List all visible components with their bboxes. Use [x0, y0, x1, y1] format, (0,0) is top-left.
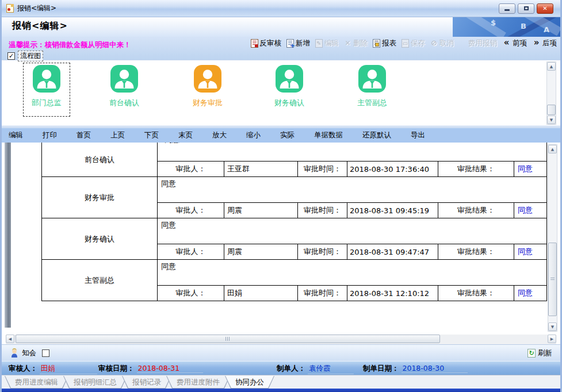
approve-result-value: 同意: [514, 286, 546, 301]
flow-node-finance-approve[interactable]: 财务审批: [182, 65, 234, 108]
refresh-button[interactable]: 刷新: [527, 348, 555, 358]
flowchart-checkbox[interactable]: ✓: [7, 52, 15, 60]
approve-result-label: 审批结果：: [438, 162, 514, 176]
tab-label: 费用进度附件: [166, 376, 230, 388]
header-decoration-image: $ B A: [453, 17, 560, 37]
person-avatar-icon: [33, 65, 60, 93]
menu-zoom-out[interactable]: 缩小: [246, 130, 261, 140]
approve-time-value: 2018-08-31 09:47:47: [347, 244, 438, 259]
tab-label: 协同办公: [225, 376, 274, 388]
menu-item-label: 导出: [411, 130, 425, 139]
stage-name-cell: 前台确认: [42, 143, 158, 176]
page-title: 报销<编辑>: [12, 20, 68, 32]
approve-result-value: 同意: [514, 244, 546, 259]
save-button[interactable]: 保存: [402, 39, 425, 48]
close-button[interactable]: ✕: [537, 3, 553, 14]
menu-item-label: 还原默认: [362, 130, 391, 139]
notify-checkbox[interactable]: [42, 349, 49, 357]
stage-name-cell: 主管副总: [42, 260, 158, 301]
person-avatar-icon: [194, 65, 221, 93]
expense-reimburse-button[interactable]: 费用报销: [468, 39, 497, 48]
toolbar-button-label: 报表: [382, 39, 396, 48]
tab-expense-progress-attachments[interactable]: 费用进度附件: [166, 376, 230, 389]
approver-label: 审批人：: [158, 203, 224, 218]
edit-button[interactable]: 编辑: [315, 39, 339, 48]
toolbar-button-icon: [402, 39, 409, 48]
approve-result-label: 审批结果：: [438, 286, 514, 301]
workflow-node-label: 财务审批: [182, 98, 234, 108]
auditor-value: 田娟: [40, 364, 97, 374]
audit-date-label: 审核日期：: [98, 364, 135, 374]
tab-expense-progress-edit[interactable]: 费用进度编辑: [5, 376, 68, 389]
notify-person-icon: [10, 348, 19, 358]
prev-item-button[interactable]: 前项: [502, 39, 527, 48]
approve-result-label: 审批结果：: [438, 203, 514, 218]
report-vertical-scrollbar[interactable]: ▲ ▼: [548, 144, 557, 332]
person-avatar-icon: [358, 65, 386, 93]
tab-reimburse-detail-summary[interactable]: 报销明细汇总: [63, 376, 127, 389]
approver-label: 审批人：: [158, 244, 224, 259]
menu-export[interactable]: 导出: [411, 130, 425, 140]
menu-print[interactable]: 打印: [43, 130, 57, 140]
report-button[interactable]: 报表: [373, 39, 396, 48]
approver-name: 周震: [224, 244, 297, 259]
menu-actual-size[interactable]: 实际: [280, 130, 295, 140]
toolbar-button-label: 保存: [411, 39, 425, 48]
approval-row-finance-approve: 财务审批 同意 审批人： 周震 审批时间： 2018-08-31 09:45:1…: [42, 176, 546, 218]
menu-item-label: 上页: [110, 130, 125, 139]
make-date-value: 2018-08-30: [402, 364, 468, 373]
tab-collaborative-office[interactable]: 协同办公: [225, 376, 274, 389]
title-bar: 报销<编辑> ✕: [2, 0, 560, 17]
add-button[interactable]: 新增: [286, 39, 310, 48]
approve-time-value: 2018-08-31 12:10:12: [347, 286, 438, 301]
menu-zoom-in[interactable]: 放大: [212, 130, 227, 140]
menu-item-label: 实际: [280, 130, 295, 139]
menu-prev-page[interactable]: 上页: [110, 130, 125, 140]
toolbar-button-label: 前项: [513, 39, 527, 48]
refresh-icon: [527, 349, 536, 358]
approval-row-vp: 主管副总 同意 审批人： 田娟 审批时间： 2018-08-31 12:10:1…: [42, 259, 546, 301]
flow-node-vp[interactable]: 主管副总: [346, 65, 398, 108]
minimize-button[interactable]: [499, 3, 515, 14]
flow-node-dept-director[interactable]: 部门总监: [21, 65, 72, 108]
approve-time-label: 审批时间：: [297, 286, 347, 301]
toolbar-button-label: 后项: [542, 39, 557, 48]
status-bar: 审核人： 田娟 审核日期： 2018-08-31 制单人： 袁伶霞 制单日期： …: [2, 361, 560, 375]
flow-node-front-confirm[interactable]: 前台确认: [98, 65, 150, 108]
maximize-icon: [524, 6, 529, 10]
menu-item-label: 打印: [43, 130, 57, 139]
approve-time-value: 2018-08-30 17:36:40: [347, 162, 438, 176]
toolbar-button-icon: [315, 39, 323, 48]
toolbar-button-icon: [502, 39, 511, 48]
approve-result-value: 同意: [514, 203, 546, 218]
toolbar-button-label: 取消: [439, 39, 454, 48]
window-icon: [6, 4, 14, 13]
toolbar-button-icon: [344, 39, 351, 48]
flow-node-finance-confirm[interactable]: 财务确认: [263, 65, 315, 108]
toolbar-button-icon: [430, 39, 438, 48]
tab-label: 报销明细汇总: [63, 376, 127, 388]
notice-text: 温馨提示：核销借款金额从明细中来！: [9, 40, 131, 50]
approve-time-label: 审批时间：: [297, 162, 347, 176]
menu-next-page[interactable]: 下页: [144, 130, 159, 140]
menu-edit[interactable]: 编辑: [9, 130, 23, 140]
maximize-button[interactable]: [518, 3, 534, 14]
menu-restore-default[interactable]: 还原默认: [362, 130, 391, 140]
workflow-panel: 部门总监 前台确认: [2, 60, 560, 125]
tab-reimburse-records[interactable]: 报销记录: [122, 376, 171, 389]
refresh-label: 刷新: [538, 348, 552, 358]
workflow-vertical-scrollbar[interactable]: ▲ ▼: [546, 62, 556, 125]
next-item-button[interactable]: 后项: [532, 39, 557, 48]
menu-last-page[interactable]: 末页: [178, 130, 193, 140]
cancel-button[interactable]: 取消: [430, 39, 454, 48]
toolbar-button-icon: [532, 39, 541, 48]
delete-button[interactable]: 删除: [344, 39, 368, 48]
window-bottom-border: [2, 389, 560, 392]
unaudit-button[interactable]: 反审核: [251, 39, 282, 48]
menu-doc-data[interactable]: 单据数据: [314, 130, 343, 140]
report-horizontal-scrollbar[interactable]: ◀ ▶: [6, 335, 556, 344]
menu-first-page[interactable]: 首页: [77, 130, 91, 140]
make-date-label: 制单日期：: [363, 364, 399, 374]
menu-item-label: 单据数据: [314, 130, 343, 139]
notify-row: 知会 刷新: [2, 344, 560, 361]
